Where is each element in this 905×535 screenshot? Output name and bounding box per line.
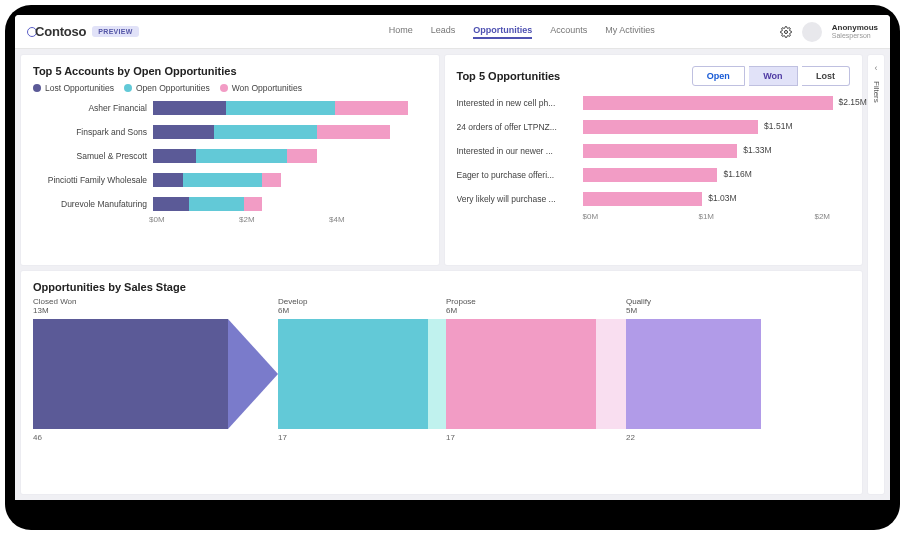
stacked-row[interactable]: Asher Financial — [37, 101, 427, 115]
chevron-left-icon[interactable]: ‹ — [875, 63, 878, 73]
opp-value: $1.33M — [743, 145, 771, 155]
opp-bar-fill — [583, 120, 759, 134]
opp-label: Very likely will purchase ... — [457, 194, 577, 204]
funnel-stage-header: Qualify5M — [626, 297, 761, 315]
opp-row[interactable]: Interested in new cell ph...$2.15M — [457, 96, 851, 110]
funnel-labels: Closed Won13MDevelop6MPropose6MQualify5M — [33, 297, 850, 315]
topbar-right: Anonymous Salesperson — [780, 22, 878, 42]
content-grid: Top 5 Accounts by Open Opportunities Los… — [15, 49, 890, 500]
top-accounts-title: Top 5 Accounts by Open Opportunities — [33, 65, 427, 77]
top-opps-axis: $0M $1M $2M — [583, 212, 851, 221]
funnel-connector — [596, 319, 626, 429]
funnel-block[interactable] — [626, 319, 761, 429]
legend-open: Open Opportunities — [124, 83, 210, 93]
stacked-row[interactable]: Samuel & Prescott — [37, 149, 427, 163]
nav-opportunities[interactable]: Opportunities — [473, 25, 532, 39]
svg-point-0 — [784, 30, 787, 33]
brand[interactable]: Contoso PREVIEW — [27, 24, 139, 39]
avatar[interactable] — [802, 22, 822, 42]
account-label: Pinciotti Family Wholesale — [37, 175, 147, 185]
nav-leads[interactable]: Leads — [431, 25, 456, 39]
stacked-bar — [153, 125, 427, 139]
bar-segment — [153, 101, 226, 115]
bar-segment — [244, 197, 262, 211]
opp-label: Interested in our newer ... — [457, 146, 577, 156]
opp-bar-track: $1.16M — [583, 168, 851, 182]
opp-bar-track: $1.03M — [583, 192, 851, 206]
opp-value: $1.03M — [708, 193, 736, 203]
stacked-bar — [153, 197, 427, 211]
user-label: Anonymous Salesperson — [832, 24, 878, 39]
opp-row[interactable]: Eager to purchase offeri...$1.16M — [457, 168, 851, 182]
funnel-block[interactable] — [446, 319, 596, 429]
bar-segment — [189, 197, 244, 211]
funnel-connector — [428, 319, 446, 429]
funnel-stage-top-value: 6M — [278, 306, 446, 315]
bar-segment — [153, 149, 196, 163]
funnel-stage-name: Develop — [278, 297, 446, 306]
opp-bar-fill — [583, 192, 703, 206]
nav-accounts[interactable]: Accounts — [550, 25, 587, 39]
account-label: Samuel & Prescott — [37, 151, 147, 161]
funnel-stage-header: Develop6M — [278, 297, 446, 315]
stacked-row[interactable]: Durevole Manufaturing — [37, 197, 427, 211]
bar-segment — [317, 125, 390, 139]
tab-lost[interactable]: Lost — [802, 66, 850, 86]
top-accounts-chart: Asher FinancialFinspark and SonsSamuel &… — [33, 101, 427, 211]
topbar: Contoso PREVIEW Home Leads Opportunities… — [15, 15, 890, 49]
funnel-stage-bottom-value: 17 — [446, 433, 626, 442]
top-opps-chart: Interested in new cell ph...$2.15M24 ord… — [457, 96, 851, 206]
opp-row[interactable]: Interested in our newer ...$1.33M — [457, 144, 851, 158]
funnel-chart — [33, 319, 850, 429]
bar-segment — [214, 125, 317, 139]
funnel-stage-name: Closed Won — [33, 297, 278, 306]
funnel-block[interactable] — [33, 319, 228, 429]
stacked-bar — [153, 173, 427, 187]
opp-bar-track: $2.15M — [583, 96, 851, 110]
account-label: Durevole Manufaturing — [37, 199, 147, 209]
funnel-block[interactable] — [278, 319, 428, 429]
nav-home[interactable]: Home — [389, 25, 413, 39]
funnel-connector — [228, 319, 278, 429]
preview-badge: PREVIEW — [92, 26, 138, 37]
opp-value: $2.15M — [839, 97, 867, 107]
stacked-row[interactable]: Finspark and Sons — [37, 125, 427, 139]
nav-activities[interactable]: My Activities — [605, 25, 655, 39]
account-label: Finspark and Sons — [37, 127, 147, 137]
brand-logo: Contoso — [27, 24, 86, 39]
user-role: Salesperson — [832, 32, 878, 39]
gear-icon[interactable] — [780, 26, 792, 38]
legend-lost: Lost Opportunities — [33, 83, 114, 93]
main-nav: Home Leads Opportunities Accounts My Act… — [389, 25, 655, 39]
opp-row[interactable]: Very likely will purchase ...$1.03M — [457, 192, 851, 206]
stacked-bar — [153, 149, 427, 163]
tab-open[interactable]: Open — [692, 66, 745, 86]
user-name: Anonymous — [832, 24, 878, 32]
top-accounts-axis: $0M $2M $4M — [149, 215, 427, 224]
bar-segment — [287, 149, 317, 163]
opp-row[interactable]: 24 orders of offer LTPNZ...$1.51M — [457, 120, 851, 134]
tab-won[interactable]: Won — [749, 66, 797, 86]
top-opps-card: Top 5 Opportunities Open Won Lost Intere… — [445, 55, 863, 265]
funnel-bottom-labels: 46171722 — [33, 433, 850, 442]
bar-segment — [226, 101, 335, 115]
bar-segment — [183, 173, 262, 187]
opp-bar-fill — [583, 144, 738, 158]
stacked-row[interactable]: Pinciotti Family Wholesale — [37, 173, 427, 187]
funnel-stage-top-value: 5M — [626, 306, 761, 315]
filters-toggle[interactable]: Filters — [872, 81, 881, 103]
funnel-stage-bottom-value: 17 — [278, 433, 446, 442]
opp-bar-fill — [583, 96, 833, 110]
opp-bar-track: $1.51M — [583, 120, 851, 134]
sales-stage-title: Opportunities by Sales Stage — [33, 281, 850, 293]
top-opps-header: Top 5 Opportunities Open Won Lost — [457, 65, 851, 86]
opp-label: Interested in new cell ph... — [457, 98, 577, 108]
bar-segment — [153, 125, 214, 139]
opp-label: 24 orders of offer LTPNZ... — [457, 122, 577, 132]
bar-segment — [153, 173, 183, 187]
funnel-stage-header: Propose6M — [446, 297, 626, 315]
account-label: Asher Financial — [37, 103, 147, 113]
funnel-stage-bottom-value: 46 — [33, 433, 278, 442]
top-accounts-legend: Lost Opportunities Open Opportunities Wo… — [33, 83, 427, 93]
sales-stage-card: Opportunities by Sales Stage Closed Won1… — [21, 271, 862, 494]
